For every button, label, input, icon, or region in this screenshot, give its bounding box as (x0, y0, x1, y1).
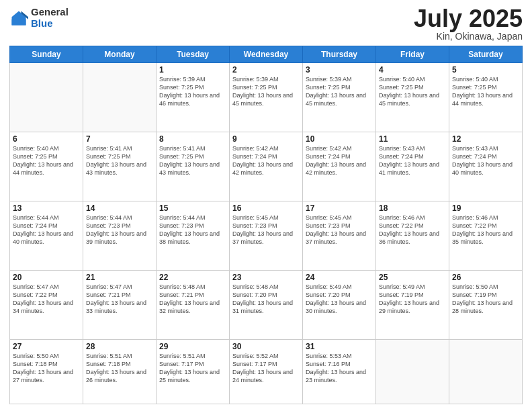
table-row: 22Sunrise: 5:48 AMSunset: 7:21 PMDayligh… (157, 271, 230, 340)
day-info: Sunrise: 5:44 AMSunset: 7:23 PMDaylight:… (159, 214, 226, 246)
day-number: 9 (232, 134, 300, 144)
day-number: 12 (452, 134, 519, 144)
table-row (376, 340, 449, 404)
calendar-header-row: Sunday Monday Tuesday Wednesday Thursday… (10, 46, 523, 63)
day-info: Sunrise: 5:40 AMSunset: 7:25 PMDaylight:… (13, 144, 80, 177)
day-number: 26 (452, 273, 519, 282)
calendar-week-row: 27Sunrise: 5:50 AMSunset: 7:18 PMDayligh… (10, 340, 523, 404)
table-row: 9Sunrise: 5:42 AMSunset: 7:24 PMDaylight… (230, 132, 303, 201)
table-row (449, 340, 523, 404)
day-info: Sunrise: 5:45 AMSunset: 7:23 PMDaylight:… (232, 214, 300, 246)
table-row: 18Sunrise: 5:46 AMSunset: 7:22 PMDayligh… (376, 201, 449, 271)
day-info: Sunrise: 5:49 AMSunset: 7:20 PMDaylight:… (306, 283, 373, 316)
table-row: 20Sunrise: 5:47 AMSunset: 7:22 PMDayligh… (10, 271, 83, 340)
day-info: Sunrise: 5:50 AMSunset: 7:19 PMDaylight:… (452, 283, 519, 316)
day-number: 27 (13, 342, 80, 351)
calendar-week-row: 6Sunrise: 5:40 AMSunset: 7:25 PMDaylight… (10, 132, 523, 201)
day-number: 24 (306, 273, 373, 282)
svg-rect-2 (12, 19, 26, 25)
day-info: Sunrise: 5:44 AMSunset: 7:24 PMDaylight:… (13, 214, 80, 246)
table-row: 31Sunrise: 5:53 AMSunset: 7:16 PMDayligh… (303, 340, 376, 404)
day-info: Sunrise: 5:40 AMSunset: 7:25 PMDaylight:… (379, 75, 446, 108)
day-number: 4 (379, 65, 446, 75)
col-friday: Friday (376, 46, 449, 63)
table-row: 23Sunrise: 5:48 AMSunset: 7:20 PMDayligh… (230, 271, 303, 340)
page: General Blue July 2025 Kin, Okinawa, Jap… (0, 0, 532, 411)
day-info: Sunrise: 5:46 AMSunset: 7:22 PMDaylight:… (452, 214, 519, 246)
table-row (10, 63, 83, 132)
col-sunday: Sunday (10, 46, 83, 63)
day-number: 7 (86, 134, 153, 144)
day-info: Sunrise: 5:44 AMSunset: 7:23 PMDaylight:… (86, 214, 153, 246)
day-number: 23 (232, 273, 300, 282)
col-thursday: Thursday (303, 46, 376, 63)
day-number: 6 (13, 134, 80, 144)
col-monday: Monday (83, 46, 157, 63)
table-row: 28Sunrise: 5:51 AMSunset: 7:18 PMDayligh… (83, 340, 157, 404)
day-info: Sunrise: 5:51 AMSunset: 7:17 PMDaylight:… (159, 352, 226, 385)
calendar-week-row: 13Sunrise: 5:44 AMSunset: 7:24 PMDayligh… (10, 201, 523, 271)
title-block: July 2025 Kin, Okinawa, Japan (414, 7, 523, 42)
table-row: 12Sunrise: 5:43 AMSunset: 7:24 PMDayligh… (449, 132, 523, 201)
title-location: Kin, Okinawa, Japan (414, 31, 523, 42)
day-info: Sunrise: 5:50 AMSunset: 7:18 PMDaylight:… (13, 352, 80, 385)
day-info: Sunrise: 5:42 AMSunset: 7:24 PMDaylight:… (306, 144, 373, 177)
table-row: 24Sunrise: 5:49 AMSunset: 7:20 PMDayligh… (303, 271, 376, 340)
table-row: 14Sunrise: 5:44 AMSunset: 7:23 PMDayligh… (83, 201, 157, 271)
table-row: 15Sunrise: 5:44 AMSunset: 7:23 PMDayligh… (157, 201, 230, 271)
day-number: 17 (306, 203, 373, 213)
day-number: 28 (86, 342, 153, 351)
day-info: Sunrise: 5:43 AMSunset: 7:24 PMDaylight:… (452, 144, 519, 177)
day-info: Sunrise: 5:45 AMSunset: 7:23 PMDaylight:… (306, 214, 373, 246)
day-info: Sunrise: 5:40 AMSunset: 7:25 PMDaylight:… (452, 75, 519, 108)
day-info: Sunrise: 5:53 AMSunset: 7:16 PMDaylight:… (306, 352, 373, 385)
day-number: 22 (159, 273, 226, 282)
day-number: 16 (232, 203, 300, 213)
table-row: 13Sunrise: 5:44 AMSunset: 7:24 PMDayligh… (10, 201, 83, 271)
day-number: 18 (379, 203, 446, 213)
logo-icon (9, 9, 28, 28)
day-number: 14 (86, 203, 153, 213)
logo: General Blue (9, 7, 69, 29)
calendar-week-row: 20Sunrise: 5:47 AMSunset: 7:22 PMDayligh… (10, 271, 523, 340)
day-number: 8 (159, 134, 226, 144)
table-row: 7Sunrise: 5:41 AMSunset: 7:25 PMDaylight… (83, 132, 157, 201)
table-row: 29Sunrise: 5:51 AMSunset: 7:17 PMDayligh… (157, 340, 230, 404)
logo-general-text: General (31, 7, 69, 18)
table-row: 25Sunrise: 5:49 AMSunset: 7:19 PMDayligh… (376, 271, 449, 340)
table-row: 11Sunrise: 5:43 AMSunset: 7:24 PMDayligh… (376, 132, 449, 201)
day-info: Sunrise: 5:47 AMSunset: 7:22 PMDaylight:… (13, 283, 80, 316)
table-row: 16Sunrise: 5:45 AMSunset: 7:23 PMDayligh… (230, 201, 303, 271)
day-number: 20 (13, 273, 80, 282)
day-info: Sunrise: 5:39 AMSunset: 7:25 PMDaylight:… (159, 75, 226, 108)
day-info: Sunrise: 5:43 AMSunset: 7:24 PMDaylight:… (379, 144, 446, 177)
day-number: 1 (159, 65, 226, 75)
col-tuesday: Tuesday (157, 46, 230, 63)
day-number: 13 (13, 203, 80, 213)
day-info: Sunrise: 5:47 AMSunset: 7:21 PMDaylight:… (86, 283, 153, 316)
day-number: 19 (452, 203, 519, 213)
table-row: 2Sunrise: 5:39 AMSunset: 7:25 PMDaylight… (230, 63, 303, 132)
day-info: Sunrise: 5:39 AMSunset: 7:25 PMDaylight:… (232, 75, 300, 108)
table-row: 5Sunrise: 5:40 AMSunset: 7:25 PMDaylight… (449, 63, 523, 132)
calendar-table: Sunday Monday Tuesday Wednesday Thursday… (9, 46, 523, 404)
day-info: Sunrise: 5:39 AMSunset: 7:25 PMDaylight:… (306, 75, 373, 108)
title-month: July 2025 (414, 7, 523, 31)
table-row: 27Sunrise: 5:50 AMSunset: 7:18 PMDayligh… (10, 340, 83, 404)
day-info: Sunrise: 5:48 AMSunset: 7:20 PMDaylight:… (232, 283, 300, 316)
table-row: 10Sunrise: 5:42 AMSunset: 7:24 PMDayligh… (303, 132, 376, 201)
day-info: Sunrise: 5:46 AMSunset: 7:22 PMDaylight:… (379, 214, 446, 246)
day-number: 30 (232, 342, 300, 351)
header: General Blue July 2025 Kin, Okinawa, Jap… (9, 7, 523, 42)
day-number: 15 (159, 203, 226, 213)
table-row: 3Sunrise: 5:39 AMSunset: 7:25 PMDaylight… (303, 63, 376, 132)
calendar-week-row: 1Sunrise: 5:39 AMSunset: 7:25 PMDaylight… (10, 63, 523, 132)
table-row: 19Sunrise: 5:46 AMSunset: 7:22 PMDayligh… (449, 201, 523, 271)
day-number: 21 (86, 273, 153, 282)
day-info: Sunrise: 5:41 AMSunset: 7:25 PMDaylight:… (159, 144, 226, 177)
logo-blue-text: Blue (31, 18, 69, 30)
day-info: Sunrise: 5:52 AMSunset: 7:17 PMDaylight:… (232, 352, 300, 385)
day-info: Sunrise: 5:42 AMSunset: 7:24 PMDaylight:… (232, 144, 300, 177)
table-row: 4Sunrise: 5:40 AMSunset: 7:25 PMDaylight… (376, 63, 449, 132)
table-row: 1Sunrise: 5:39 AMSunset: 7:25 PMDaylight… (157, 63, 230, 132)
